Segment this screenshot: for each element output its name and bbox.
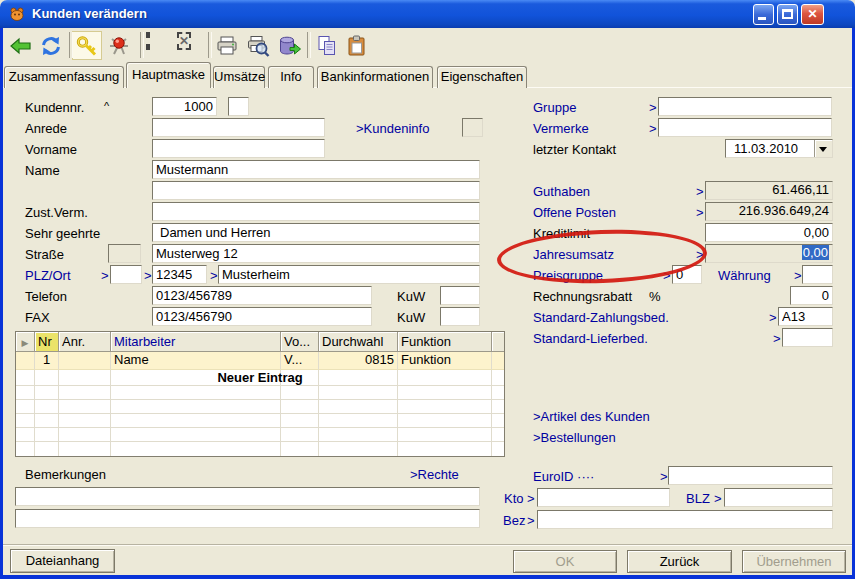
database-export-button[interactable] xyxy=(276,33,302,59)
pin-button[interactable] xyxy=(106,33,132,59)
telefon-kuw-label: KuW xyxy=(397,288,425,305)
cell-empty xyxy=(16,442,35,456)
preisgruppe-label[interactable]: Preisgruppe xyxy=(533,267,603,284)
tab-bankinformationen[interactable]: Bankinformationen xyxy=(317,66,433,88)
name-field[interactable] xyxy=(152,160,480,179)
title-bar[interactable]: Kunden verändern ✕ xyxy=(0,0,855,28)
standard-lieferbed-field[interactable] xyxy=(782,328,833,347)
blz-marker: > xyxy=(714,490,722,507)
row-marker-header[interactable]: ▶ xyxy=(16,332,35,352)
kundennr-extra-field[interactable] xyxy=(228,97,249,116)
telefon-field[interactable] xyxy=(152,286,372,305)
cell-empty xyxy=(398,442,492,456)
table-empty-row[interactable] xyxy=(16,428,504,442)
cell-empty xyxy=(111,442,281,456)
table-header-row: ▶ Nr Anr. Mitarbeiter Vo... Durchwahl Fu… xyxy=(16,332,504,352)
uebernehmen-button[interactable]: Übernehmen xyxy=(742,550,846,573)
maximize-button[interactable] xyxy=(777,4,798,25)
name2-field[interactable] xyxy=(152,181,480,200)
zurueck-button[interactable]: Zurück xyxy=(627,550,732,573)
ok-button[interactable]: OK xyxy=(513,550,617,573)
cell-empty xyxy=(319,428,398,442)
print-button[interactable] xyxy=(214,33,240,59)
col-header-anr[interactable]: Anr. xyxy=(59,332,111,352)
anrede-field[interactable] xyxy=(152,118,325,137)
close-button[interactable]: ✕ xyxy=(801,4,824,25)
cell-empty xyxy=(16,400,35,414)
key-button[interactable] xyxy=(74,33,100,59)
table-row[interactable]: 1 Name V... 0815 Funktion xyxy=(16,352,504,370)
table-empty-row[interactable] xyxy=(16,400,504,414)
col-header-nr[interactable]: Nr xyxy=(35,332,59,352)
vermerke-field[interactable] xyxy=(658,118,832,137)
dropdown-arrow-icon[interactable] xyxy=(814,140,832,157)
new-entry-row[interactable]: Neuer Eintrag xyxy=(16,370,504,386)
preisgruppe-field[interactable] xyxy=(672,265,702,284)
toolbar-separator xyxy=(140,32,144,58)
tab-info[interactable]: Info xyxy=(268,66,314,88)
kundeninfo-link[interactable]: >Kundeninfo xyxy=(356,120,429,137)
vermerke-label[interactable]: Vermerke xyxy=(533,120,589,137)
plz-prefix-field[interactable] xyxy=(110,265,142,284)
waehrung-label[interactable]: Währung xyxy=(718,267,771,284)
zustverm-field[interactable] xyxy=(152,202,480,221)
tab-label: Zusammenfassung xyxy=(9,69,120,84)
col-header-funktion[interactable]: Funktion xyxy=(398,332,492,352)
table-empty-row[interactable] xyxy=(16,414,504,428)
paste-button[interactable] xyxy=(344,33,370,59)
bemerkungen-field-2[interactable] xyxy=(15,509,480,528)
jahresumsatz-field[interactable]: 0,00 xyxy=(705,244,833,263)
dateianhang-button[interactable]: Dateianhang xyxy=(10,549,115,573)
minimize-button[interactable] xyxy=(753,4,774,25)
standard-zahlungsbed-label[interactable]: Standard-Zahlungsbed. xyxy=(533,309,669,326)
artikel-des-kunden-link[interactable]: >Artikel des Kunden xyxy=(533,408,650,425)
tab-eigenschaften[interactable]: Eigenschaften xyxy=(437,66,527,88)
tab-umsaetze[interactable]: Umsätze xyxy=(213,66,265,88)
bestellungen-link[interactable]: >Bestellungen xyxy=(533,429,616,446)
jahresumsatz-label[interactable]: Jahresumsatz xyxy=(533,246,614,263)
plz-field[interactable] xyxy=(152,265,207,284)
copy-button[interactable] xyxy=(314,33,340,59)
standard-zahlungsbed-field[interactable] xyxy=(778,307,833,326)
print-preview-button[interactable] xyxy=(245,33,271,59)
table-empty-row[interactable] xyxy=(16,386,504,400)
bez-field[interactable] xyxy=(537,510,833,529)
guthaben-label[interactable]: Guthaben xyxy=(533,183,590,200)
euroid-label[interactable]: EuroID ···· xyxy=(533,468,594,485)
offene-posten-label[interactable]: Offene Posten xyxy=(533,204,616,221)
back-button[interactable] xyxy=(8,33,34,59)
mitarbeiter-table: ▶ Nr Anr. Mitarbeiter Vo... Durchwahl Fu… xyxy=(15,331,505,457)
tab-zusammenfassung[interactable]: Zusammenfassung xyxy=(4,66,124,88)
letzter-kontakt-combobox[interactable]: 11.03.2010 xyxy=(725,139,833,158)
blz-field[interactable] xyxy=(724,488,833,507)
rechte-link[interactable]: >Rechte xyxy=(410,466,459,483)
fax-field[interactable] xyxy=(152,307,372,326)
gruppe-label[interactable]: Gruppe xyxy=(533,99,576,116)
table-empty-row[interactable] xyxy=(16,442,504,456)
strasse-field[interactable] xyxy=(152,244,480,263)
fax-kuw-field[interactable] xyxy=(440,307,480,326)
plzort-label[interactable]: PLZ/Ort xyxy=(25,267,71,284)
bemerkungen-field-1[interactable] xyxy=(15,487,480,506)
vorname-field[interactable] xyxy=(152,139,325,158)
col-header-vorname[interactable]: Vo... xyxy=(281,332,319,352)
telefon-kuw-field[interactable] xyxy=(440,286,480,305)
kreditlimit-field[interactable] xyxy=(705,223,833,242)
waehrung-marker: > xyxy=(794,267,802,284)
rechnungsrabatt-field[interactable] xyxy=(790,286,833,305)
kto-field[interactable] xyxy=(537,488,670,507)
gruppe-field[interactable] xyxy=(658,97,832,116)
paste-icon xyxy=(345,34,369,58)
kundennr-field[interactable] xyxy=(152,97,217,116)
selection-rect-button[interactable] xyxy=(146,33,172,59)
ort-field[interactable] xyxy=(218,265,480,284)
clear-selection-button[interactable]: ✕ xyxy=(177,33,203,59)
sehr-geehrte-field[interactable] xyxy=(152,223,480,242)
refresh-button[interactable] xyxy=(38,33,64,59)
euroid-field[interactable] xyxy=(668,466,833,485)
tab-hauptmaske[interactable]: Hauptmaske xyxy=(126,62,211,88)
standard-lieferbed-label[interactable]: Standard-Lieferbed. xyxy=(533,330,648,347)
waehrung-field[interactable] xyxy=(802,265,833,284)
col-header-mitarbeiter[interactable]: Mitarbeiter xyxy=(111,332,281,352)
col-header-durchwahl[interactable]: Durchwahl xyxy=(319,332,398,352)
